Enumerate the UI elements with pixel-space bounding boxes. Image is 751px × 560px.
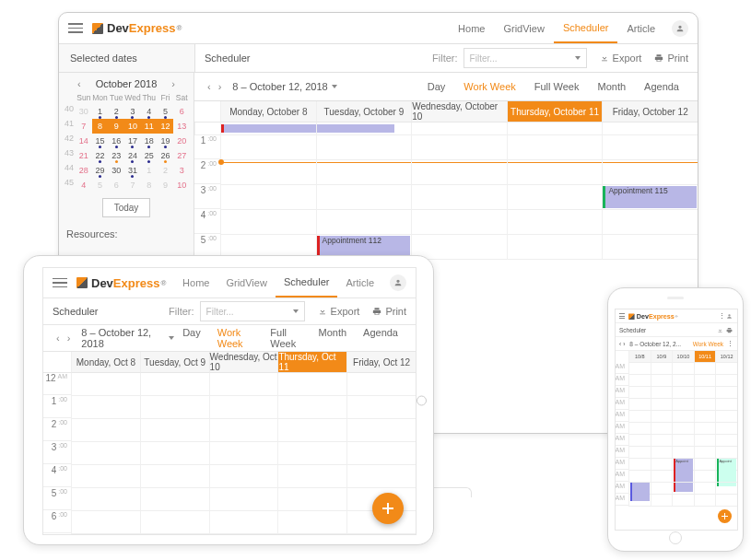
phone-day-headers: 10/8 10/9 10/10 10/11 10/12 xyxy=(616,351,737,363)
main-nav: Home GridView Scheduler Article xyxy=(449,14,688,43)
phone-header: DevExpress® ⋮ xyxy=(616,309,737,323)
day-header[interactable]: Tuesday, Oct 9 xyxy=(140,352,209,373)
fab-add-button[interactable] xyxy=(372,493,404,524)
day-header[interactable]: Wednesday, Oct 10 xyxy=(209,352,278,373)
sidebar-title: Selected dates xyxy=(59,44,195,72)
tablet-time-grid[interactable]: 12AM 1:00 2:00 3:00 4:00 5:00 6:00 xyxy=(43,373,416,534)
nav-article[interactable]: Article xyxy=(337,269,382,297)
day-header[interactable]: 10/9 xyxy=(651,351,673,363)
logo-reg: ® xyxy=(176,24,182,32)
appointment-115[interactable]: Appointment 115 xyxy=(603,186,697,208)
logo-dev: Dev xyxy=(107,21,129,35)
view-workweek[interactable]: Work Week xyxy=(209,321,263,356)
print-icon[interactable] xyxy=(724,325,733,334)
view-fullweek[interactable]: Full Week xyxy=(525,74,589,99)
print-icon xyxy=(372,307,381,316)
export-button[interactable]: Export xyxy=(600,52,642,64)
day-header[interactable]: 10/10 xyxy=(672,351,694,363)
view-month[interactable]: Month xyxy=(310,321,355,356)
day-header[interactable]: 10/8 xyxy=(628,351,651,363)
day-header[interactable]: 10/12 xyxy=(715,351,737,363)
filter-dropdown[interactable]: Filter... xyxy=(464,48,587,68)
menu-dots-icon[interactable]: ⋮ xyxy=(719,311,726,321)
nav-scheduler[interactable]: Scheduler xyxy=(554,14,618,43)
tablet-nav: Home GridView Scheduler Article xyxy=(174,268,406,298)
filter-placeholder: Filter... xyxy=(470,53,498,64)
day-header[interactable]: Monday, Oct 8 xyxy=(71,352,140,373)
user-icon xyxy=(675,24,685,33)
date-range-picker[interactable]: 8 – October 12, 2018 xyxy=(232,81,336,92)
nav-article[interactable]: Article xyxy=(617,15,664,42)
print-button[interactable]: Print xyxy=(654,52,688,64)
resources-label: Resources: xyxy=(63,223,190,239)
page-title: Scheduler xyxy=(619,327,646,333)
range-next[interactable]: › xyxy=(215,81,226,92)
cal-month-label: October 2018 xyxy=(96,78,158,89)
range-next[interactable]: › xyxy=(64,332,75,344)
hamburger-icon[interactable] xyxy=(619,313,625,319)
chevron-down-icon xyxy=(332,85,337,88)
nav-gridview[interactable]: GridView xyxy=(494,15,553,42)
view-agenda[interactable]: Agenda xyxy=(355,321,406,356)
tablet-window: DevExpress® Home GridView Scheduler Arti… xyxy=(23,255,434,545)
view-fullweek[interactable]: Full Week xyxy=(262,321,310,356)
day-header-active[interactable]: Thursday, October 11 xyxy=(507,101,603,122)
download-icon[interactable] xyxy=(715,325,724,334)
mini-calendar[interactable]: 40 30123456 41 78910111213 42 1415161718… xyxy=(63,104,190,192)
today-button[interactable]: Today xyxy=(102,198,150,217)
phone-window: DevExpress® ⋮ Scheduler ‹ › xyxy=(607,287,744,552)
user-icon[interactable] xyxy=(726,311,733,321)
cal-prev-month[interactable]: ‹ xyxy=(77,78,81,89)
day-header[interactable]: Wednesday, October 10 xyxy=(411,101,507,122)
nav-gridview[interactable]: GridView xyxy=(217,269,275,297)
nav-home[interactable]: Home xyxy=(449,15,494,42)
date-range-row: ‹ › 8 – October 12, 2018 Day Work Week F… xyxy=(194,73,698,101)
chevron-down-icon xyxy=(575,56,581,60)
download-icon xyxy=(600,53,609,63)
phone-toolbar: Scheduler xyxy=(616,323,737,337)
range-prev[interactable]: ‹ xyxy=(619,341,621,347)
view-agenda[interactable]: Agenda xyxy=(635,74,688,99)
phone-time-grid[interactable]: 12AM 1AM 2AM 3AM 4AM 5AM 6AM 7AM 8AM App… xyxy=(616,363,737,507)
view-month[interactable]: Month xyxy=(588,74,635,99)
range-prev[interactable]: ‹ xyxy=(53,332,64,344)
phone-range-row: ‹ › 8 – October 12, 2... Work Week ⋮ xyxy=(616,337,737,351)
nav-scheduler[interactable]: Scheduler xyxy=(276,268,338,298)
export-button[interactable]: Export xyxy=(318,306,360,317)
user-avatar[interactable] xyxy=(672,20,688,37)
menu-dots-icon[interactable]: ⋮ xyxy=(727,340,733,347)
view-workweek[interactable]: Work Week xyxy=(693,341,723,347)
time-grid[interactable]: 1:00 2:00 3:00 Appointment 115 4:00 5:00 xyxy=(194,135,698,260)
fab-add-button[interactable] xyxy=(718,509,732,523)
day-header[interactable]: Friday, October 12 xyxy=(602,101,698,122)
hamburger-icon[interactable] xyxy=(53,278,67,288)
view-workweek[interactable]: Work Week xyxy=(454,74,524,99)
cal-day-headers: SunMonTueWedThuFriSat xyxy=(63,93,190,102)
day-header[interactable]: Tuesday, October 9 xyxy=(316,101,412,122)
hamburger-icon[interactable] xyxy=(68,23,83,33)
day-header-active[interactable]: 10/11 xyxy=(694,351,716,363)
print-icon xyxy=(654,53,663,63)
brand-logo: DevExpress® xyxy=(92,21,182,35)
view-switcher: Day Work Week Full Week Month Agenda xyxy=(174,321,406,356)
range-prev[interactable]: ‹ xyxy=(204,81,215,92)
date-range-picker[interactable]: 8 – October 12, 2... xyxy=(629,341,681,347)
day-header[interactable]: Monday, October 8 xyxy=(220,101,316,122)
day-header[interactable]: Friday, Oct 12 xyxy=(346,352,416,373)
nav-home[interactable]: Home xyxy=(174,269,217,297)
desktop-toolbar: Selected dates Scheduler Filter: Filter.… xyxy=(59,44,698,73)
cal-next-month[interactable]: › xyxy=(171,78,175,89)
user-avatar[interactable] xyxy=(390,274,406,291)
brand-logo: DevExpress® xyxy=(76,276,166,290)
filter-label: Filter: xyxy=(432,52,458,64)
download-icon xyxy=(318,307,327,316)
range-next[interactable]: › xyxy=(623,341,625,347)
day-header-active[interactable]: Thursday, Oct 11 xyxy=(277,352,346,373)
print-button[interactable]: Print xyxy=(372,306,406,317)
date-range-picker[interactable]: 8 – October 12, 2018 xyxy=(81,327,174,349)
logo-mark-icon xyxy=(92,23,103,34)
view-day[interactable]: Day xyxy=(418,74,455,99)
view-day[interactable]: Day xyxy=(174,321,209,356)
filter-dropdown[interactable]: Filter... xyxy=(200,301,305,321)
tablet-day-headers: Monday, Oct 8 Tuesday, Oct 9 Wednesday, … xyxy=(43,352,416,373)
